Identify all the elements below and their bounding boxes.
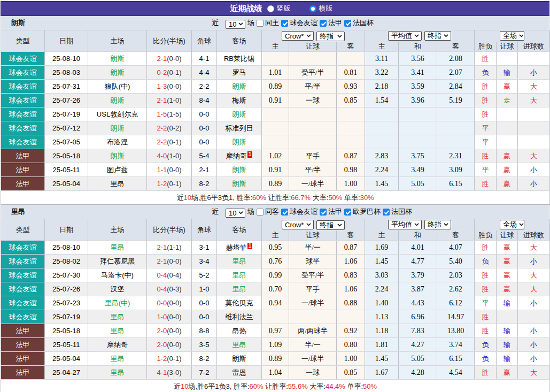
radio-vertical-icon[interactable] (267, 5, 274, 12)
filter-checkbox-item[interactable]: 法甲 (317, 18, 342, 28)
home-team-cell: 里昂(中) (88, 296, 147, 310)
avg-home-cell: 1.67 (365, 366, 399, 380)
filter-checkbox-item[interactable]: 球会友谊 (279, 207, 317, 217)
avg-draw-cell: 3.96 (399, 94, 437, 107)
away-team-cell: 里昂 (217, 282, 262, 296)
chevron-down-icon (306, 223, 311, 226)
team-section: 里昂近10场同客球会友谊法甲欧罗巴杯法国杯类型日期主场比分(半场)角球客场Cro… (1, 205, 549, 392)
odds-away-cell: 1.06 (337, 282, 365, 296)
filter-checkbox[interactable] (257, 20, 264, 27)
result-text: 小 (530, 166, 537, 174)
odds-company-select[interactable]: Crow* (282, 31, 314, 41)
result-text: 赢 (503, 180, 510, 188)
sub-column-header: 主 (365, 230, 399, 241)
avg-stage-select[interactable]: 终指 (424, 31, 451, 41)
filter-checkbox[interactable] (344, 209, 351, 216)
halftime-score: (1-0) (167, 152, 181, 160)
avg-source-select[interactable]: 平均值 (388, 220, 422, 229)
away-team-cell: 朗斯 (217, 352, 262, 366)
summary-segment: 大率: (308, 382, 326, 390)
result-wdl-cell: 负 (475, 255, 497, 268)
summary-segment: 单率: (345, 382, 363, 390)
match-row: 球会友谊25-07-30马洛卡(中)0-4(0-4)5-2里昂0.99受平/半0… (1, 268, 550, 282)
result-handicap-cell (497, 107, 518, 121)
result-text: 胜 (482, 313, 489, 321)
score-cell: 2-2(0-2) (147, 121, 192, 135)
match-type-cell: 球会友谊 (1, 66, 45, 80)
radio-option-vertical[interactable]: 竖版 (267, 4, 291, 13)
odds-away-cell: 0.92 (337, 324, 365, 338)
filter-checkbox[interactable] (344, 20, 351, 27)
result-text: 赢 (503, 368, 510, 376)
radio-option-horizontal[interactable]: 横版 (309, 4, 333, 13)
odds-handicap-cell: 一/球半 (289, 352, 337, 366)
radio-horizontal-icon[interactable] (309, 5, 316, 12)
match-type-cell: 球会友谊 (1, 94, 45, 107)
odds-handicap-cell: 一/球半 (289, 296, 337, 310)
filter-checkbox-item[interactable]: 欧罗巴杯 (342, 207, 381, 217)
away-team-cell: 朗斯 (217, 177, 262, 191)
home-team-cell: 摩纳哥 (88, 338, 147, 352)
fulltime-score: 0-4 (157, 271, 167, 279)
score-cell: 1-3(0-0) (147, 80, 192, 94)
odds-company-select[interactable]: Crow* (282, 220, 314, 229)
odds-home-cell: 0.91 (262, 163, 289, 177)
scope-select[interactable]: 全场 (500, 31, 524, 41)
filter-checkbox-item[interactable]: 法国杯 (381, 207, 412, 217)
filter-checkbox-item[interactable]: 同主 (254, 18, 279, 28)
match-row: 法甲25-05-11摩纳哥2-0(0-0)3-5里昂1.09半/一0.801.8… (1, 338, 550, 352)
matches-count-select[interactable]: 10 (226, 209, 245, 218)
corner-cell: 0-0 (192, 107, 217, 121)
filter-checkbox[interactable] (320, 20, 327, 27)
halftime-score: (0-0) (167, 341, 181, 349)
result-handicap-cell: 赢 (497, 149, 518, 163)
filter-bar: 里昂近10场同客球会友谊法甲欧罗巴杯法国杯 (1, 205, 549, 219)
filter-checkbox[interactable] (281, 209, 288, 216)
fulltime-score: 0-0 (157, 299, 167, 307)
avg-source-select[interactable]: 平均值 (388, 31, 422, 41)
odds-stage-select[interactable]: 终指 (316, 220, 345, 230)
avg-stage-select[interactable]: 终指 (424, 220, 451, 229)
result-goals-cell (518, 135, 550, 149)
fulltime-score: 1-1 (157, 166, 167, 174)
halftime-score: (1-5) (167, 110, 181, 118)
sub-column-header: 进球数 (518, 230, 550, 241)
check-icon (282, 210, 288, 215)
result-goals-cell (518, 121, 550, 135)
scope-select-value: 全场 (503, 220, 517, 229)
match-date-cell: 25-07-30 (45, 268, 88, 282)
result-text: 胜 (482, 152, 489, 160)
avg-draw-cell: 3.59 (399, 80, 437, 94)
odds-stage-select[interactable]: 终指 (316, 32, 345, 41)
away-team-cell: 维利法兰 (217, 310, 262, 324)
avg-away-cell: 6.15 (437, 352, 475, 366)
filter-checkbox-item[interactable]: 同客 (254, 207, 279, 217)
chevron-down-icon (519, 34, 524, 37)
match-date-cell: 25-05-04 (45, 177, 88, 191)
score-cell: 2-2(0-1) (147, 135, 192, 149)
avg-draw-cell: 3.41 (399, 66, 437, 80)
home-team-cell: 图卢兹 (88, 163, 147, 177)
filter-controls: 近10场同客球会友谊法甲欧罗巴杯法国杯 (212, 205, 412, 219)
odds-home-cell (262, 310, 289, 324)
filter-checkbox[interactable] (257, 209, 264, 216)
odds-handicap-cell: 半/一 (289, 241, 337, 255)
filter-checkbox-item[interactable]: 法甲 (317, 207, 342, 217)
filter-checkbox-item[interactable]: 法国杯 (342, 18, 374, 28)
result-handicap-cell: 输 (497, 338, 518, 352)
matches-count-select[interactable]: 10 (226, 20, 245, 29)
result-text: 小 (530, 327, 537, 335)
away-team-cell: 标准列日 (217, 121, 262, 135)
filter-checkbox[interactable] (281, 20, 288, 27)
scope-select[interactable]: 全场 (500, 220, 524, 229)
chevron-down-icon (238, 211, 243, 214)
filter-checkbox[interactable] (383, 209, 390, 216)
filter-checkbox-item[interactable]: 球会友谊 (279, 18, 317, 28)
filter-checkbox-label: 法国杯 (391, 207, 412, 217)
score-cell: 2-1(0-0) (147, 255, 192, 268)
fulltime-score: 1-5 (157, 110, 167, 118)
avg-home-cell: 3.03 (365, 268, 399, 282)
result-goals-cell (518, 310, 550, 324)
filter-checkbox[interactable] (320, 209, 327, 216)
match-row: 球会友谊25-07-12朗斯2-2(0-2)0-0标准列日平 (1, 121, 550, 135)
